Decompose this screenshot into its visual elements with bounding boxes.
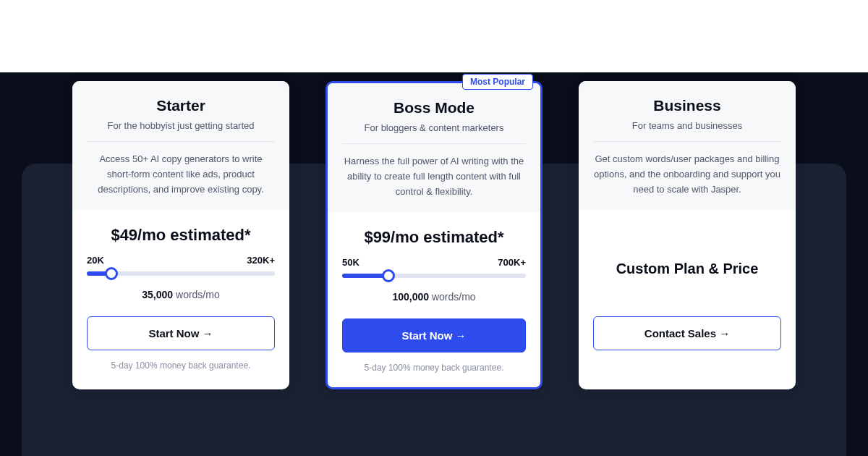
slider-max-label: 320K+ <box>247 255 275 266</box>
words-per-month: 100,000 words/mo <box>342 291 526 303</box>
plan-tagline: For teams and businesses <box>593 120 781 142</box>
slider-range-labels: 50K 700K+ <box>342 257 526 268</box>
plan-price: $99/mo estimated* <box>342 228 526 247</box>
card-body: $99/mo estimated* 50K 700K+ 100,000 word… <box>328 212 540 387</box>
plan-tagline: For the hobbyist just getting started <box>87 120 275 142</box>
plan-title: Boss Mode <box>342 99 526 117</box>
card-header: Starter For the hobbyist just getting st… <box>72 81 289 210</box>
card-body: Custom Plan & Price Contact Sales → <box>579 210 796 375</box>
pricing-cards-row: Starter For the hobbyist just getting st… <box>0 81 868 389</box>
guarantee-text: 5-day 100% money back guarantee. <box>342 363 526 373</box>
words-count: 35,000 <box>142 289 173 300</box>
plan-card-boss-mode: Most Popular Boss Mode For bloggers & co… <box>326 81 542 389</box>
contact-sales-button[interactable]: Contact Sales → <box>593 316 781 350</box>
slider-thumb[interactable] <box>105 267 118 280</box>
words-per-month: 35,000 words/mo <box>87 289 275 300</box>
slider-thumb[interactable] <box>382 269 395 282</box>
words-slider[interactable] <box>342 274 526 278</box>
plan-card-starter: Starter For the hobbyist just getting st… <box>72 81 289 389</box>
words-unit: words/mo <box>432 291 476 303</box>
slider-max-label: 700K+ <box>498 257 526 268</box>
slider-range-labels: 20K 320K+ <box>87 255 275 266</box>
custom-price-label: Custom Plan & Price <box>593 261 781 277</box>
plan-description: Access 50+ AI copy generators to write s… <box>87 142 275 197</box>
plan-card-business: Business For teams and businesses Get cu… <box>579 81 796 389</box>
slider-min-label: 50K <box>342 257 359 268</box>
card-header: Boss Mode For bloggers & content markete… <box>328 83 540 212</box>
plan-tagline: For bloggers & content marketers <box>342 122 526 144</box>
words-slider[interactable] <box>87 271 275 276</box>
start-now-button[interactable]: Start Now → <box>342 318 526 352</box>
plan-description: Get custom words/user packages and billi… <box>593 142 781 197</box>
plan-title: Starter <box>87 97 275 114</box>
plan-title: Business <box>593 97 781 114</box>
card-header: Business For teams and businesses Get cu… <box>579 81 796 210</box>
words-unit: words/mo <box>176 289 220 300</box>
card-body: $49/mo estimated* 20K 320K+ 35,000 words… <box>72 210 289 385</box>
plan-description: Harness the full power of AI writing wit… <box>342 144 526 199</box>
most-popular-badge: Most Popular <box>462 74 533 90</box>
slider-min-label: 20K <box>87 255 104 266</box>
start-now-button[interactable]: Start Now → <box>87 316 275 350</box>
words-count: 100,000 <box>392 291 429 303</box>
plan-price: $49/mo estimated* <box>87 226 275 245</box>
guarantee-text: 5-day 100% money back guarantee. <box>87 360 275 371</box>
